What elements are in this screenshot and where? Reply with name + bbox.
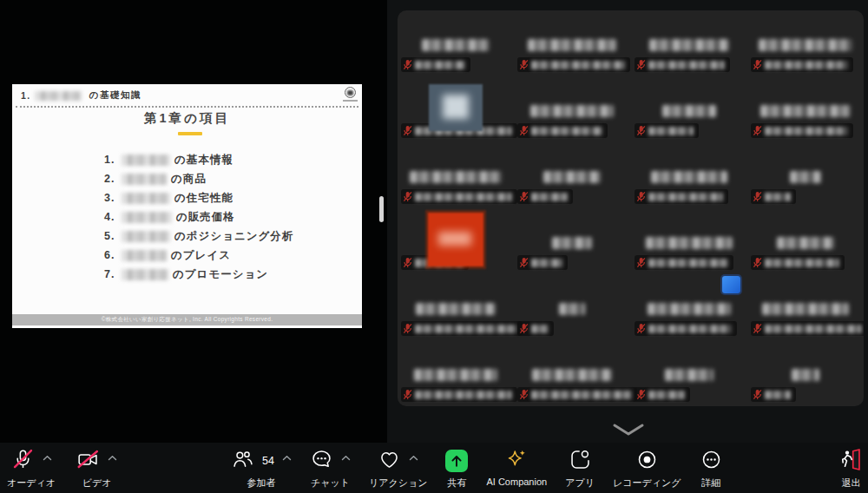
slide-item-blurred-name	[122, 193, 170, 204]
participant-tile[interactable]	[514, 340, 630, 406]
muted-mic-icon	[636, 257, 646, 268]
participant-name-blurred	[552, 237, 592, 249]
chevron-up-icon[interactable]	[43, 450, 52, 463]
participant-tile[interactable]	[631, 76, 747, 142]
toolbar-item-label: 退出	[842, 477, 861, 490]
participant-tile[interactable]	[631, 274, 747, 340]
muted-mic-icon	[403, 323, 412, 334]
slide-item-number: 7.	[104, 268, 122, 280]
participant-name-blurred	[651, 171, 727, 183]
muted-mic-icon	[753, 257, 762, 268]
slide-agenda-item: 1. の基本情報	[104, 150, 293, 169]
participant-tile[interactable]	[398, 10, 514, 76]
participant-name-blurred	[422, 39, 490, 51]
muted-mic-icon	[519, 59, 529, 70]
participant-name-blurred	[762, 303, 849, 315]
participant-tile[interactable]	[631, 340, 747, 406]
gallery-more-chevron-down-icon[interactable]	[611, 423, 646, 438]
toolbar-reactions-button[interactable]: リアクション	[369, 443, 428, 490]
participant-tile[interactable]	[398, 340, 514, 406]
shared-screen-area: 1. の基礎知識 第1章の項目 1. の基本情報 2. の商品 3. の住宅性能…	[0, 0, 387, 443]
muted-mic-icon	[519, 323, 529, 334]
participant-name-blurred	[760, 105, 851, 117]
participant-name-label	[401, 321, 523, 336]
participant-label-blurred	[531, 127, 602, 135]
toolbar-audio-button[interactable]: オーディオ	[7, 443, 56, 490]
toolbar-item-label: オーディオ	[7, 477, 56, 490]
participant-tile[interactable]	[398, 208, 514, 274]
chevron-up-icon[interactable]	[282, 450, 292, 463]
participant-tile[interactable]	[747, 208, 864, 274]
slide-item-text: の販売価格	[176, 210, 235, 225]
toolbar-more-button[interactable]: 詳細	[700, 443, 723, 490]
participant-name-label	[635, 123, 699, 138]
participant-name-blurred	[649, 39, 729, 51]
participant-label-blurred	[531, 391, 632, 399]
toolbar-center-group: 54 参加者 チャット リアクション	[231, 443, 723, 490]
blue-app-badge-icon	[722, 276, 740, 293]
participant-label-blurred	[531, 259, 562, 267]
toolbar-item-label: AI Companion	[486, 477, 547, 487]
toolbar-icon-row	[310, 448, 351, 474]
toolbar-icon-row	[505, 448, 529, 474]
slide-agenda-item: 3. の住宅性能	[104, 188, 293, 207]
participant-tile[interactable]	[747, 274, 864, 340]
toolbar-ai-companion-button[interactable]: AI Companion	[486, 443, 547, 490]
participant-tile[interactable]	[747, 142, 864, 208]
participant-name-blurred	[790, 171, 821, 183]
toolbar-leave-button[interactable]: 退出	[839, 443, 863, 490]
toolbar-apps-button[interactable]: アプリ	[565, 443, 595, 490]
panel-resize-handle[interactable]	[379, 196, 384, 222]
slide-item-number: 1.	[104, 154, 122, 166]
participant-tile[interactable]	[398, 274, 514, 340]
slide-item-blurred-name	[122, 250, 167, 261]
participant-name-blurred	[528, 39, 616, 51]
meeting-toolbar: オーディオ ビデオ 54 参加者 チャット	[0, 443, 868, 493]
participant-name-blurred	[777, 237, 834, 249]
participant-tile[interactable]	[398, 76, 514, 142]
participant-tile[interactable]	[631, 142, 747, 208]
toolbar-share-button[interactable]: 共有	[445, 443, 468, 490]
participant-tile[interactable]	[747, 10, 864, 76]
slide-logo-caption-blur	[343, 100, 358, 102]
toolbar-chat-button[interactable]: チャット	[310, 443, 351, 490]
participant-name-label	[401, 57, 470, 72]
participant-tile[interactable]	[398, 142, 514, 208]
participant-tile[interactable]	[631, 208, 747, 274]
participant-name-label	[751, 57, 853, 72]
participant-tile[interactable]	[514, 274, 630, 340]
participant-tile[interactable]	[514, 10, 630, 76]
participant-tile[interactable]	[514, 142, 630, 208]
slide-title: 第1章の項目	[12, 110, 362, 127]
muted-mic-icon	[636, 389, 646, 400]
participant-name-label	[751, 123, 853, 138]
toolbar-video-button[interactable]: ビデオ	[76, 443, 117, 490]
muted-mic-icon	[519, 257, 529, 268]
muted-mic-icon	[753, 389, 762, 400]
participant-name-blurred	[665, 369, 713, 381]
participant-tile[interactable]	[747, 340, 864, 406]
slide-item-number: 3.	[104, 192, 122, 204]
muted-mic-icon	[403, 191, 412, 202]
ai-companion-icon	[505, 448, 529, 474]
participant-avatar-slate	[429, 84, 483, 131]
muted-mic-icon	[519, 125, 529, 136]
chevron-up-icon[interactable]	[409, 450, 418, 463]
muted-mic-icon	[403, 257, 412, 268]
slide-logo-icon	[345, 87, 356, 98]
participant-tile[interactable]	[747, 76, 864, 142]
toolbar-recording-button[interactable]: レコーディング	[613, 443, 681, 490]
participant-tile[interactable]	[514, 76, 630, 142]
participant-tile[interactable]	[631, 10, 747, 76]
toolbar-participants-button[interactable]: 54 参加者	[231, 443, 292, 490]
slide-divider-dotted	[16, 106, 358, 108]
toolbar-icon-row	[569, 448, 592, 474]
participant-avatar-red	[428, 213, 483, 266]
participant-label-blurred	[531, 193, 568, 201]
participant-tile[interactable]	[514, 208, 630, 274]
chevron-up-icon[interactable]	[108, 450, 117, 463]
participant-label-blurred	[415, 61, 465, 69]
chevron-up-icon[interactable]	[341, 450, 351, 463]
participant-name-blurred	[792, 369, 819, 381]
participant-name-label	[751, 321, 864, 336]
